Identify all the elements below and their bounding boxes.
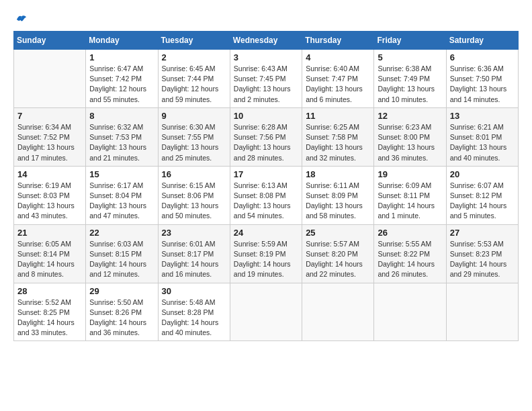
day-number: 29: [89, 286, 154, 296]
calendar-header-monday: Monday: [86, 32, 158, 50]
calendar-cell: [446, 283, 518, 341]
day-info: Sunrise: 6:01 AM Sunset: 8:17 PM Dayligh…: [162, 239, 226, 280]
calendar-cell: 10Sunrise: 6:28 AM Sunset: 7:56 PM Dayli…: [230, 107, 302, 166]
day-number: 13: [450, 111, 515, 121]
calendar-cell: 28Sunrise: 5:52 AM Sunset: 8:25 PM Dayli…: [14, 283, 86, 341]
calendar-cell: 11Sunrise: 6:25 AM Sunset: 7:58 PM Dayli…: [302, 107, 374, 166]
day-number: 14: [17, 169, 82, 179]
day-info: Sunrise: 6:13 AM Sunset: 8:08 PM Dayligh…: [234, 181, 298, 222]
day-info: Sunrise: 6:23 AM Sunset: 8:00 PM Dayligh…: [378, 122, 442, 163]
calendar-cell: 14Sunrise: 6:19 AM Sunset: 8:03 PM Dayli…: [14, 166, 86, 224]
calendar-cell: [14, 50, 86, 108]
day-number: 11: [306, 111, 370, 121]
day-number: 7: [17, 111, 82, 121]
calendar-header-friday: Friday: [374, 32, 446, 50]
calendar-cell: 24Sunrise: 5:59 AM Sunset: 8:19 PM Dayli…: [230, 224, 302, 283]
day-info: Sunrise: 6:43 AM Sunset: 7:45 PM Dayligh…: [234, 64, 298, 105]
day-info: Sunrise: 5:57 AM Sunset: 8:20 PM Dayligh…: [306, 239, 370, 280]
calendar-cell: [374, 283, 446, 341]
day-number: 9: [162, 111, 226, 121]
day-info: Sunrise: 6:21 AM Sunset: 8:01 PM Dayligh…: [450, 122, 515, 163]
calendar-header-sunday: Sunday: [14, 32, 86, 50]
day-info: Sunrise: 6:34 AM Sunset: 7:52 PM Dayligh…: [17, 122, 82, 163]
day-info: Sunrise: 6:19 AM Sunset: 8:03 PM Dayligh…: [17, 181, 82, 222]
day-number: 10: [234, 111, 298, 121]
calendar-week-row: 28Sunrise: 5:52 AM Sunset: 8:25 PM Dayli…: [14, 283, 519, 341]
calendar-cell: 27Sunrise: 5:53 AM Sunset: 8:23 PM Dayli…: [446, 224, 518, 283]
day-number: 3: [234, 52, 298, 62]
day-number: 17: [234, 169, 298, 179]
calendar-header-thursday: Thursday: [302, 32, 374, 50]
day-number: 24: [234, 228, 298, 238]
day-info: Sunrise: 5:52 AM Sunset: 8:25 PM Dayligh…: [17, 298, 82, 338]
calendar-cell: 8Sunrise: 6:32 AM Sunset: 7:53 PM Daylig…: [86, 107, 158, 166]
day-info: Sunrise: 6:25 AM Sunset: 7:58 PM Dayligh…: [306, 122, 370, 163]
logo: [13, 13, 28, 24]
calendar-cell: 16Sunrise: 6:15 AM Sunset: 8:06 PM Dayli…: [158, 166, 230, 224]
day-info: Sunrise: 6:45 AM Sunset: 7:44 PM Dayligh…: [162, 64, 226, 105]
calendar-cell: 7Sunrise: 6:34 AM Sunset: 7:52 PM Daylig…: [14, 107, 86, 166]
day-info: Sunrise: 6:38 AM Sunset: 7:49 PM Dayligh…: [378, 64, 442, 105]
calendar-cell: 18Sunrise: 6:11 AM Sunset: 8:09 PM Dayli…: [302, 166, 374, 224]
calendar-header-wednesday: Wednesday: [230, 32, 302, 50]
day-number: 20: [450, 169, 515, 179]
day-info: Sunrise: 6:40 AM Sunset: 7:47 PM Dayligh…: [306, 64, 370, 105]
day-info: Sunrise: 5:50 AM Sunset: 8:26 PM Dayligh…: [89, 298, 154, 338]
day-info: Sunrise: 6:07 AM Sunset: 8:12 PM Dayligh…: [450, 181, 515, 222]
day-number: 4: [306, 52, 370, 62]
day-info: Sunrise: 6:09 AM Sunset: 8:11 PM Dayligh…: [378, 181, 442, 222]
day-number: 19: [378, 169, 442, 179]
calendar-cell: 25Sunrise: 5:57 AM Sunset: 8:20 PM Dayli…: [302, 224, 374, 283]
calendar-cell: 3Sunrise: 6:43 AM Sunset: 7:45 PM Daylig…: [230, 50, 302, 108]
calendar-cell: 13Sunrise: 6:21 AM Sunset: 8:01 PM Dayli…: [446, 107, 518, 166]
calendar-header-row: SundayMondayTuesdayWednesdayThursdayFrid…: [14, 32, 519, 50]
calendar-cell: 21Sunrise: 6:05 AM Sunset: 8:14 PM Dayli…: [14, 224, 86, 283]
day-info: Sunrise: 5:48 AM Sunset: 8:28 PM Dayligh…: [162, 298, 226, 338]
day-number: 21: [17, 228, 82, 238]
day-number: 25: [306, 228, 370, 238]
day-number: 1: [89, 52, 154, 62]
calendar-cell: 29Sunrise: 5:50 AM Sunset: 8:26 PM Dayli…: [86, 283, 158, 341]
calendar-cell: 9Sunrise: 6:30 AM Sunset: 7:55 PM Daylig…: [158, 107, 230, 166]
page-header: [13, 13, 519, 24]
calendar-week-row: 1Sunrise: 6:47 AM Sunset: 7:42 PM Daylig…: [14, 50, 519, 108]
calendar-cell: 15Sunrise: 6:17 AM Sunset: 8:04 PM Dayli…: [86, 166, 158, 224]
day-number: 6: [450, 52, 515, 62]
day-number: 27: [450, 228, 515, 238]
day-info: Sunrise: 5:53 AM Sunset: 8:23 PM Dayligh…: [450, 239, 515, 280]
calendar-week-row: 7Sunrise: 6:34 AM Sunset: 7:52 PM Daylig…: [14, 107, 519, 166]
day-info: Sunrise: 6:11 AM Sunset: 8:09 PM Dayligh…: [306, 181, 370, 222]
calendar-cell: 26Sunrise: 5:55 AM Sunset: 8:22 PM Dayli…: [374, 224, 446, 283]
day-info: Sunrise: 6:30 AM Sunset: 7:55 PM Dayligh…: [162, 122, 226, 163]
day-number: 30: [162, 286, 226, 296]
day-info: Sunrise: 5:55 AM Sunset: 8:22 PM Dayligh…: [378, 239, 442, 280]
day-info: Sunrise: 6:28 AM Sunset: 7:56 PM Dayligh…: [234, 122, 298, 163]
day-info: Sunrise: 6:17 AM Sunset: 8:04 PM Dayligh…: [89, 181, 154, 222]
day-info: Sunrise: 6:47 AM Sunset: 7:42 PM Dayligh…: [89, 64, 154, 105]
calendar-header-tuesday: Tuesday: [158, 32, 230, 50]
calendar-cell: 17Sunrise: 6:13 AM Sunset: 8:08 PM Dayli…: [230, 166, 302, 224]
calendar-cell: 6Sunrise: 6:36 AM Sunset: 7:50 PM Daylig…: [446, 50, 518, 108]
day-number: 18: [306, 169, 370, 179]
calendar-cell: 30Sunrise: 5:48 AM Sunset: 8:28 PM Dayli…: [158, 283, 230, 341]
day-info: Sunrise: 6:36 AM Sunset: 7:50 PM Dayligh…: [450, 64, 515, 105]
calendar-week-row: 21Sunrise: 6:05 AM Sunset: 8:14 PM Dayli…: [14, 224, 519, 283]
day-number: 28: [17, 286, 82, 296]
day-number: 2: [162, 52, 226, 62]
day-info: Sunrise: 6:03 AM Sunset: 8:15 PM Dayligh…: [89, 239, 154, 280]
calendar-week-row: 14Sunrise: 6:19 AM Sunset: 8:03 PM Dayli…: [14, 166, 519, 224]
calendar-cell: 4Sunrise: 6:40 AM Sunset: 7:47 PM Daylig…: [302, 50, 374, 108]
calendar-cell: 20Sunrise: 6:07 AM Sunset: 8:12 PM Dayli…: [446, 166, 518, 224]
calendar-cell: 12Sunrise: 6:23 AM Sunset: 8:00 PM Dayli…: [374, 107, 446, 166]
calendar-cell: [302, 283, 374, 341]
day-number: 23: [162, 228, 226, 238]
day-info: Sunrise: 6:32 AM Sunset: 7:53 PM Dayligh…: [89, 122, 154, 163]
day-number: 12: [378, 111, 442, 121]
logo-bird-icon: [15, 13, 28, 24]
calendar-cell: [230, 283, 302, 341]
day-number: 16: [162, 169, 226, 179]
calendar-cell: 5Sunrise: 6:38 AM Sunset: 7:49 PM Daylig…: [374, 50, 446, 108]
calendar-cell: 1Sunrise: 6:47 AM Sunset: 7:42 PM Daylig…: [86, 50, 158, 108]
day-number: 8: [89, 111, 154, 121]
calendar-cell: 19Sunrise: 6:09 AM Sunset: 8:11 PM Dayli…: [374, 166, 446, 224]
